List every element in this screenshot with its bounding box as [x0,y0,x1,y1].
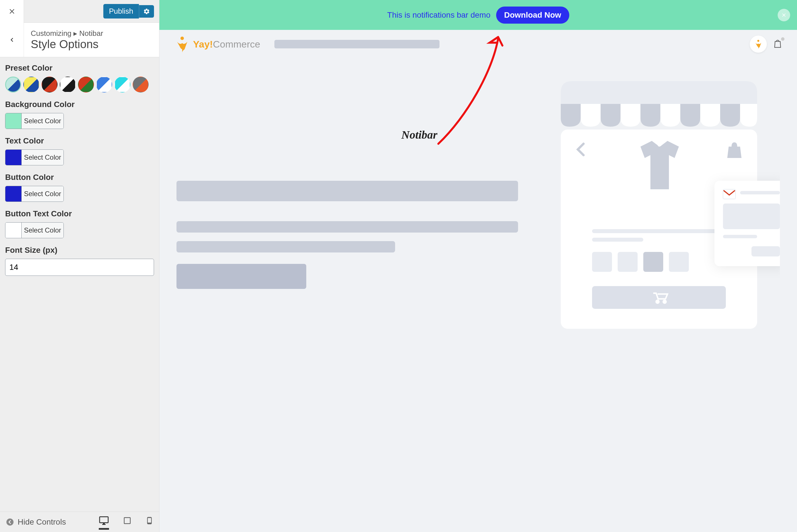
svg-rect-15 [740,191,780,194]
preset-swatch[interactable] [23,77,39,93]
device-switcher [99,515,153,529]
text-color-swatch [5,150,21,165]
hide-controls-label: Hide Controls [18,517,66,527]
content-placeholder-blocks [176,75,518,333]
notibar-cta-button[interactable]: Download Now [496,6,569,24]
cart-badge [781,37,784,41]
svg-rect-18 [752,246,780,256]
button-color-swatch [5,186,21,202]
svg-point-0 [6,518,14,526]
background-color-swatch [5,113,21,129]
svg-rect-9 [669,252,689,272]
button-color-picker[interactable]: Select Color [5,186,64,202]
avatar[interactable] [750,36,767,53]
preset-swatch[interactable] [60,77,76,93]
button-text-color-swatch [5,223,21,238]
select-color-button[interactable]: Select Color [21,223,63,238]
tablet-icon [123,516,132,525]
chevron-left-circle-icon [6,518,14,526]
site-header: Yay!Commerce [159,30,797,58]
publish-settings-button[interactable] [139,5,154,18]
svg-point-1 [181,37,184,40]
notibar-text: This is notifications bar demo [387,11,490,20]
preview-area: This is notifications bar demo Download … [159,0,797,532]
background-color-label: Background Color [5,100,154,109]
mobile-icon [146,517,153,525]
panel-body: Preset Color Background Color Select Col… [0,57,159,512]
preset-color-label: Preset Color [5,63,154,73]
customizer-sidebar: Publish Customizing ▸ Notibar Style Opti… [0,0,159,532]
avatar-icon [754,39,763,49]
svg-rect-10 [592,286,726,309]
desktop-icon [99,515,109,526]
back-button[interactable] [0,23,24,57]
logo-yay: Yay! [193,39,213,50]
preset-swatch[interactable] [78,77,94,93]
text-color-picker[interactable]: Select Color [5,149,64,165]
site-logo[interactable]: Yay!Commerce [174,36,260,53]
select-color-button[interactable]: Select Color [21,186,63,202]
sidebar-top-bar: Publish [0,0,159,23]
chevron-left-icon [8,36,16,44]
button-color-label: Button Color [5,173,154,182]
preset-swatch[interactable] [41,77,57,93]
close-icon [8,7,16,15]
placeholder-block [176,241,395,252]
breadcrumb: Customizing ▸ Notibar [31,29,103,38]
logo-icon [174,36,191,53]
sidebar-footer: Hide Controls [0,512,159,532]
svg-rect-6 [592,252,612,272]
preset-swatch[interactable] [114,77,130,93]
select-color-button[interactable]: Select Color [21,113,63,129]
font-size-input[interactable] [5,259,154,276]
svg-rect-7 [618,252,638,272]
svg-rect-5 [592,238,643,242]
svg-point-2 [757,40,759,42]
cart-button[interactable] [773,38,783,50]
placeholder-block [176,221,518,232]
publish-button[interactable]: Publish [103,4,139,19]
notibar-close-button[interactable] [778,9,790,21]
close-button[interactable] [0,0,24,23]
desktop-device-button[interactable] [99,515,109,529]
text-color-label: Text Color [5,136,154,146]
preview-body [159,58,797,333]
preset-swatch-row [5,77,154,93]
placeholder-button-block [176,264,306,289]
svg-rect-14 [723,189,736,199]
svg-rect-16 [723,204,780,229]
hide-controls-button[interactable]: Hide Controls [6,517,66,527]
store-illustration [552,75,780,333]
preset-swatch[interactable] [133,77,149,93]
logo-commerce: Commerce [213,39,260,50]
svg-point-11 [656,300,659,303]
breadcrumb-row: Customizing ▸ Notibar Style Options [0,23,159,57]
placeholder-block [176,181,518,201]
button-text-color-label: Button Text Color [5,209,154,218]
button-text-color-picker[interactable]: Select Color [5,222,64,238]
gear-icon [143,8,150,15]
font-size-label: Font Size (px) [5,246,154,255]
svg-rect-4 [592,229,726,233]
nav-placeholder [274,40,439,49]
close-icon [781,12,787,18]
svg-point-12 [663,300,666,303]
mobile-device-button[interactable] [146,517,153,528]
preset-swatch[interactable] [5,77,21,93]
svg-rect-8 [643,252,663,272]
select-color-button[interactable]: Select Color [21,150,63,165]
preset-swatch[interactable] [96,77,112,93]
page-title: Style Options [31,38,103,51]
svg-rect-17 [723,235,757,238]
background-color-picker[interactable]: Select Color [5,113,64,129]
tablet-device-button[interactable] [123,516,132,528]
notification-bar: This is notifications bar demo Download … [159,0,797,30]
